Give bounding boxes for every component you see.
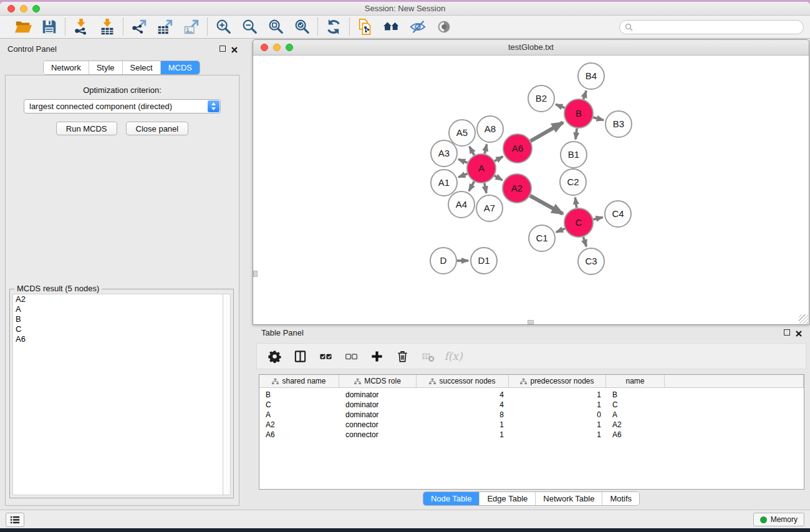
graph-node-A3[interactable]: A3: [431, 140, 457, 167]
table-cell[interactable]: C: [606, 400, 665, 410]
graph-node-A2[interactable]: A2: [503, 174, 531, 203]
refresh-button[interactable]: [324, 17, 343, 36]
column-header-predecessor-nodes[interactable]: predecessor nodes: [509, 375, 606, 387]
tab-style[interactable]: Style: [89, 61, 122, 74]
column-header-mcds-role[interactable]: MCDS role: [339, 375, 417, 387]
table-cell[interactable]: dominator: [339, 390, 417, 400]
graph-node-C4[interactable]: C4: [605, 201, 631, 227]
table-cell[interactable]: A6: [259, 430, 339, 440]
memory-button[interactable]: Memory: [753, 513, 804, 526]
tab-network[interactable]: Network: [44, 61, 89, 74]
mcds-result-item[interactable]: B: [13, 314, 230, 324]
run-mcds-button[interactable]: Run MCDS: [56, 122, 117, 135]
tab-network-table[interactable]: Network Table: [535, 492, 602, 505]
graph-node-A1[interactable]: A1: [431, 170, 457, 196]
graph-edge-A6-B[interactable]: [531, 122, 563, 141]
graph-node-A5[interactable]: A5: [449, 120, 475, 146]
tab-motifs[interactable]: Motifs: [602, 492, 639, 505]
import-network-button[interactable]: [72, 17, 90, 36]
graph-edge-C-C2[interactable]: [575, 198, 576, 208]
zoom-in-button[interactable]: [214, 17, 233, 36]
table-cell[interactable]: 4: [417, 400, 509, 410]
graph-node-A6[interactable]: A6: [503, 134, 532, 163]
graph-edge-A-A8[interactable]: [485, 144, 486, 153]
graph-node-C[interactable]: C: [564, 208, 593, 237]
table-cell[interactable]: B: [259, 390, 339, 400]
graph-node-D1[interactable]: D1: [471, 248, 497, 274]
minimize-window-button[interactable]: [20, 5, 27, 12]
network-canvas[interactable]: B4B2BB3A5A8A6A3B1AA1C2A2A4A7C4CC1C3DD1: [253, 56, 809, 324]
close-panel-icon[interactable]: [231, 45, 238, 52]
horizontal-scrollbar-thumb[interactable]: [528, 320, 534, 324]
table-cell[interactable]: A2: [606, 420, 665, 430]
graph-node-B2[interactable]: B2: [528, 85, 554, 112]
mcds-result-item[interactable]: A2: [13, 294, 230, 304]
mcds-result-list[interactable]: A2ABCA6: [12, 294, 231, 495]
zoom-out-button[interactable]: [240, 17, 259, 36]
export-image-button[interactable]: [182, 17, 201, 36]
table-row[interactable]: Adominator80A: [259, 410, 804, 420]
table-cell[interactable]: 4: [417, 390, 509, 400]
export-table-button[interactable]: [156, 17, 175, 36]
graph-node-B4[interactable]: B4: [578, 63, 604, 89]
graph-node-B1[interactable]: B1: [561, 142, 587, 168]
graph-edge-A-A6[interactable]: [494, 157, 503, 161]
close-window-button[interactable]: [7, 5, 15, 12]
table-cell[interactable]: A: [259, 410, 339, 420]
zoom-window-button[interactable]: [32, 5, 40, 12]
graph-edge-B-B2[interactable]: [556, 104, 565, 108]
graph-edge-A-A4[interactable]: [469, 181, 474, 191]
import-table-button[interactable]: [98, 17, 117, 36]
mcds-list-scrollbar[interactable]: [223, 294, 230, 495]
graph-node-C3[interactable]: C3: [578, 248, 604, 274]
tab-node-table[interactable]: Node Table: [423, 492, 480, 505]
graph-edge-A-A7[interactable]: [485, 183, 486, 193]
table-cell[interactable]: A6: [606, 430, 665, 440]
zoom-fit-button[interactable]: [266, 17, 285, 36]
graph-node-C1[interactable]: C1: [529, 225, 555, 251]
graph-node-A8[interactable]: A8: [477, 116, 503, 142]
table-cell[interactable]: 1: [509, 430, 606, 440]
show-all-button[interactable]: [435, 17, 453, 36]
mcds-result-item[interactable]: A6: [13, 334, 230, 344]
float-table-panel-icon[interactable]: [784, 329, 790, 336]
table-settings-gear-button[interactable]: [267, 349, 282, 364]
table-cell[interactable]: dominator: [339, 410, 417, 420]
zoom-selected-button[interactable]: [292, 17, 311, 36]
close-table-panel-icon[interactable]: [795, 329, 803, 336]
graph-edge-A-A1[interactable]: [458, 174, 467, 178]
table-row[interactable]: Cdominator41C: [259, 400, 804, 410]
graph-edge-A-A5[interactable]: [470, 147, 475, 155]
graph-node-B3[interactable]: B3: [605, 111, 632, 137]
mcds-result-item[interactable]: A: [13, 304, 230, 314]
search-box[interactable]: [619, 20, 804, 34]
unselect-all-button[interactable]: [344, 349, 359, 364]
table-cell[interactable]: C: [259, 400, 339, 410]
graph-edge-C-C3[interactable]: [583, 237, 586, 246]
add-button[interactable]: [369, 349, 384, 364]
select-all-button[interactable]: [318, 349, 333, 364]
graph-edge-A2-C[interactable]: [530, 196, 563, 214]
table-cell[interactable]: 1: [417, 430, 509, 440]
criterion-select[interactable]: largest connected component (directed): [24, 99, 221, 114]
graph-node-A4[interactable]: A4: [448, 191, 475, 218]
float-panel-icon[interactable]: [219, 46, 226, 52]
close-panel-button[interactable]: Close panel: [126, 122, 189, 135]
table-cell[interactable]: 1: [509, 390, 606, 400]
graph-edge-B-B3[interactable]: [593, 117, 604, 120]
graph-edge-C-C1[interactable]: [556, 228, 565, 232]
table-cell[interactable]: B: [606, 390, 665, 400]
minimize-network-window-button[interactable]: [273, 44, 281, 51]
table-cell[interactable]: 0: [509, 410, 606, 420]
save-session-button[interactable]: [40, 17, 59, 36]
graph-edge-A-A3[interactable]: [458, 159, 468, 163]
resize-grip-icon[interactable]: [799, 314, 808, 324]
column-header-successor-nodes[interactable]: successor nodes: [417, 375, 509, 387]
graph-edge-C-C4[interactable]: [593, 217, 602, 219]
table-cell[interactable]: 1: [509, 400, 606, 410]
table-cell[interactable]: 1: [509, 420, 606, 430]
table-row[interactable]: Bdominator41B: [259, 390, 804, 400]
open-file-button[interactable]: [14, 17, 32, 36]
zoom-network-window-button[interactable]: [286, 44, 293, 51]
table-cell[interactable]: A2: [259, 420, 339, 430]
